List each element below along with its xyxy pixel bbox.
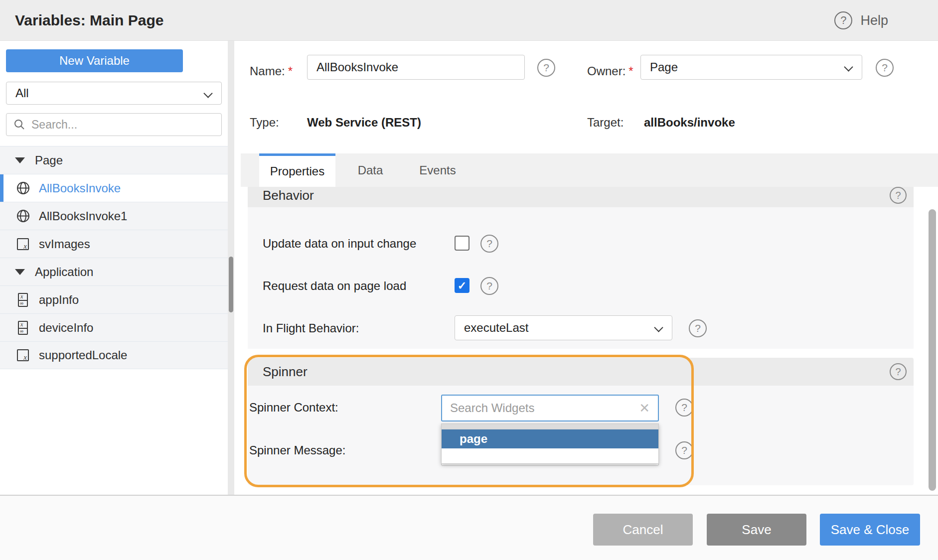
in-flight-behavior-label: In Flight Behavior: bbox=[263, 321, 359, 335]
tab-properties[interactable]: Properties bbox=[259, 153, 335, 187]
owner-help-icon[interactable]: ? bbox=[876, 59, 894, 77]
service-variable-icon: x bbox=[16, 238, 30, 250]
required-marker: * bbox=[288, 64, 293, 78]
service-variable-icon: x bbox=[16, 349, 30, 361]
dialog-header: Variables: Main Page ? Help bbox=[0, 0, 938, 41]
behavior-section: Behavior ? Update data on input change ?… bbox=[248, 183, 914, 349]
help-area[interactable]: ? Help bbox=[834, 0, 888, 41]
chevron-down-icon bbox=[203, 89, 212, 98]
chevron-down-icon bbox=[844, 62, 853, 71]
spinner-section: Spinner ? bbox=[248, 358, 914, 485]
tab-events[interactable]: Events bbox=[405, 153, 470, 187]
tree-item-appinfo[interactable]: x∞ appInfo bbox=[0, 285, 228, 313]
spinner-context-combo[interactable]: ✕ bbox=[441, 395, 659, 421]
web-service-icon bbox=[16, 181, 30, 195]
type-value: Web Service (REST) bbox=[307, 116, 421, 130]
tree-group-application[interactable]: Application bbox=[0, 258, 228, 285]
tree-item-deviceinfo[interactable]: x∞ deviceInfo bbox=[0, 313, 228, 341]
tree-item-allbooksinvoke[interactable]: AllBooksInvoke bbox=[0, 174, 228, 202]
triangle-down-icon bbox=[15, 157, 25, 163]
in-flight-behavior-help-icon[interactable]: ? bbox=[689, 319, 707, 337]
variable-search[interactable] bbox=[6, 113, 222, 136]
variables-dialog: Variables: Main Page ? Help New Variable… bbox=[0, 0, 938, 560]
name-label: Name:* bbox=[250, 64, 293, 78]
variable-tree: Page AllBooksInvoke AllBooksInvoke1 x sv… bbox=[0, 146, 228, 369]
save-and-close-button[interactable]: Save & Close bbox=[820, 514, 920, 546]
update-data-label: Update data on input change bbox=[263, 237, 416, 251]
tree-group-page[interactable]: Page bbox=[0, 146, 228, 174]
spinner-context-input[interactable] bbox=[450, 401, 639, 415]
main-scrollbar-thumb[interactable] bbox=[929, 209, 936, 491]
dialog-footer: Cancel Save Save & Close bbox=[0, 496, 938, 560]
owner-label: Owner:* bbox=[587, 64, 633, 78]
dropdown-empty-area bbox=[442, 448, 658, 463]
spinner-context-help-icon[interactable]: ? bbox=[675, 399, 693, 417]
dropdown-option-page[interactable]: page bbox=[442, 429, 658, 448]
target-value: allBooks/invoke bbox=[644, 116, 735, 130]
triangle-down-icon bbox=[15, 269, 25, 275]
model-variable-icon: x∞ bbox=[16, 293, 30, 307]
sidebar-scrollbar-thumb[interactable] bbox=[229, 257, 233, 312]
help-label[interactable]: Help bbox=[860, 13, 888, 28]
required-marker: * bbox=[628, 64, 633, 78]
search-input[interactable] bbox=[31, 118, 214, 132]
clear-icon[interactable]: ✕ bbox=[639, 401, 650, 416]
spinner-help-icon[interactable]: ? bbox=[890, 363, 907, 380]
request-data-checkbox[interactable]: ✓ bbox=[455, 278, 469, 293]
variable-filter-select[interactable]: All bbox=[6, 82, 222, 105]
owner-value: Page bbox=[650, 60, 678, 74]
tab-data[interactable]: Data bbox=[343, 153, 398, 187]
behavior-help-icon[interactable]: ? bbox=[890, 187, 907, 204]
update-data-checkbox[interactable] bbox=[455, 236, 469, 251]
type-label: Type: bbox=[250, 116, 279, 130]
behavior-section-body: Update data on input change ? Request da… bbox=[248, 207, 914, 349]
name-input[interactable] bbox=[307, 55, 525, 80]
dropdown-top-strip bbox=[442, 424, 658, 429]
owner-select[interactable]: Page bbox=[640, 55, 862, 80]
cancel-button[interactable]: Cancel bbox=[593, 514, 693, 546]
name-help-icon[interactable]: ? bbox=[537, 59, 555, 77]
chevron-down-icon bbox=[654, 323, 663, 332]
editor-tabstrip: Properties Data Events bbox=[241, 153, 938, 187]
behavior-section-title: Behavior bbox=[263, 183, 314, 207]
save-button[interactable]: Save bbox=[707, 514, 806, 546]
tree-item-svimages[interactable]: x svImages bbox=[0, 230, 228, 258]
spinner-context-label: Spinner Context: bbox=[249, 401, 338, 415]
spinner-context-dropdown: page bbox=[441, 423, 659, 464]
web-service-icon bbox=[16, 209, 30, 223]
spinner-message-label: Spinner Message: bbox=[249, 443, 345, 457]
variable-editor: Name:* ? Owner:* Page ? Type: Web Servic… bbox=[234, 41, 938, 495]
request-data-label: Request data on page load bbox=[263, 279, 406, 293]
spinner-section-title: Spinner bbox=[263, 358, 308, 386]
page-title: Variables: Main Page bbox=[15, 0, 163, 41]
spinner-section-header: Spinner ? bbox=[248, 358, 914, 386]
spinner-message-help-icon[interactable]: ? bbox=[675, 441, 693, 459]
variable-sidebar: New Variable All Page AllBooksInvoke bbox=[0, 41, 228, 495]
request-data-help-icon[interactable]: ? bbox=[480, 277, 498, 295]
tree-item-supportedlocale[interactable]: x supportedLocale bbox=[0, 341, 228, 369]
in-flight-behavior-value: executeLast bbox=[464, 321, 528, 334]
tree-item-allbooksinvoke1[interactable]: AllBooksInvoke1 bbox=[0, 202, 228, 230]
in-flight-behavior-select[interactable]: executeLast bbox=[455, 315, 672, 340]
model-variable-icon: x∞ bbox=[16, 321, 30, 335]
help-icon[interactable]: ? bbox=[834, 11, 852, 29]
search-icon bbox=[13, 119, 25, 131]
new-variable-button[interactable]: New Variable bbox=[6, 49, 183, 72]
update-data-help-icon[interactable]: ? bbox=[480, 235, 498, 253]
behavior-section-header: Behavior ? bbox=[248, 183, 914, 207]
variable-filter-value: All bbox=[15, 86, 29, 100]
target-label: Target: bbox=[587, 116, 624, 130]
